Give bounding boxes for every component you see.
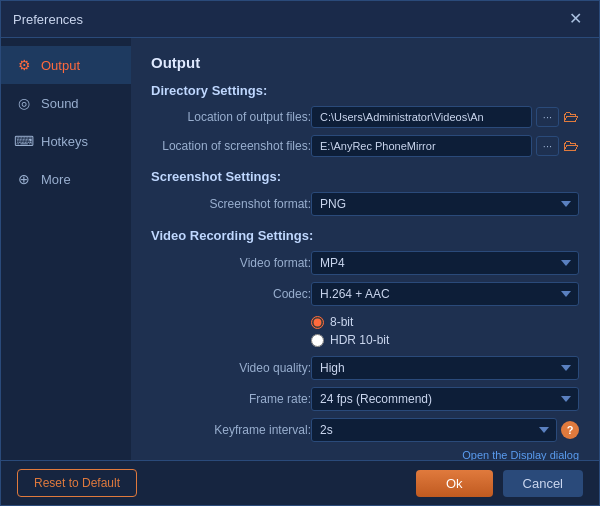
ok-button[interactable]: Ok [416,470,493,497]
keyframe-label: Keyframe interval: [151,423,311,437]
reset-button[interactable]: Reset to Default [17,469,137,497]
video-codec-control: H.264 + AAC H.265 + AAC [311,282,579,306]
video-format-label: Video format: [151,256,311,270]
frame-rate-control: 24 fps (Recommend) 30 fps 60 fps [311,387,579,411]
frame-rate-label: Frame rate: [151,392,311,406]
cancel-button[interactable]: Cancel [503,470,583,497]
bit-depth-control: 8-bit HDR 10-bit [311,313,579,349]
video-format-select[interactable]: MP4 MOV AVI [311,251,579,275]
close-button[interactable]: ✕ [564,9,587,29]
sound-icon: ◎ [15,94,33,112]
output-files-control: C:\Users\Administrator\Videos\An ··· 🗁 [311,106,579,128]
8bit-label: 8-bit [330,315,353,329]
sidebar: ⚙ Output ◎ Sound ⌨ Hotkeys ⊕ More [1,38,131,460]
directory-settings-title: Directory Settings: [151,83,579,98]
screenshot-files-control: E:\AnyRec PhoneMirror ··· 🗁 [311,135,579,157]
bit-depth-group: 8-bit HDR 10-bit [311,313,389,349]
display-dialog-container: Open the Display dialog [151,449,579,460]
keyframe-select[interactable]: 2s 1s 4s [311,418,557,442]
preferences-window: Preferences ✕ ⚙ Output ◎ Sound ⌨ Hotkeys… [0,0,600,506]
video-quality-select[interactable]: High Medium Low Lossless [311,356,579,380]
sidebar-item-hotkeys[interactable]: ⌨ Hotkeys [1,122,131,160]
screenshot-format-row: Screenshot format: PNG JPG BMP [151,192,579,216]
hdr-row: HDR 10-bit [311,333,389,347]
footer: Reset to Default Ok Cancel [1,460,599,505]
screenshot-files-label: Location of screenshot files: [151,139,311,153]
sidebar-item-sound-label: Sound [41,96,79,111]
video-codec-label: Codec: [151,287,311,301]
screenshot-format-control: PNG JPG BMP [311,192,579,216]
output-folder-button[interactable]: 🗁 [563,108,579,126]
sidebar-item-sound[interactable]: ◎ Sound [1,84,131,122]
screenshot-format-label: Screenshot format: [151,197,311,211]
output-files-row: Location of output files: C:\Users\Admin… [151,106,579,128]
more-icon: ⊕ [15,170,33,188]
title-bar: Preferences ✕ [1,1,599,38]
hdr-radio[interactable] [311,334,324,347]
video-quality-control: High Medium Low Lossless [311,356,579,380]
video-format-control: MP4 MOV AVI [311,251,579,275]
keyframe-row: Keyframe interval: 2s 1s 4s ? [151,418,579,442]
video-codec-row: Codec: H.264 + AAC H.265 + AAC [151,282,579,306]
screenshot-path-display: E:\AnyRec PhoneMirror [311,135,532,157]
screenshot-format-select[interactable]: PNG JPG BMP [311,192,579,216]
sidebar-item-output[interactable]: ⚙ Output [1,46,131,84]
hdr-label: HDR 10-bit [330,333,389,347]
hotkeys-icon: ⌨ [15,132,33,150]
screenshot-dots-button[interactable]: ··· [536,136,559,156]
output-dots-button[interactable]: ··· [536,107,559,127]
keyframe-help-button[interactable]: ? [561,421,579,439]
sidebar-item-hotkeys-label: Hotkeys [41,134,88,149]
keyframe-control: 2s 1s 4s ? [311,418,579,442]
window-title: Preferences [13,12,83,27]
bit-depth-row: 8-bit HDR 10-bit [151,313,579,349]
frame-rate-select[interactable]: 24 fps (Recommend) 30 fps 60 fps [311,387,579,411]
sidebar-item-more[interactable]: ⊕ More [1,160,131,198]
display-dialog-link[interactable]: Open the Display dialog [151,449,579,460]
8bit-row: 8-bit [311,315,389,329]
screenshot-settings-title: Screenshot Settings: [151,169,579,184]
output-icon: ⚙ [15,56,33,74]
sidebar-item-more-label: More [41,172,71,187]
video-codec-select[interactable]: H.264 + AAC H.265 + AAC [311,282,579,306]
footer-right: Ok Cancel [416,470,583,497]
screenshot-folder-button[interactable]: 🗁 [563,137,579,155]
8bit-radio[interactable] [311,316,324,329]
content-area: ⚙ Output ◎ Sound ⌨ Hotkeys ⊕ More Output… [1,38,599,460]
main-content: Output Directory Settings: Location of o… [131,38,599,460]
video-quality-label: Video quality: [151,361,311,375]
video-settings-title: Video Recording Settings: [151,228,579,243]
sidebar-item-output-label: Output [41,58,80,73]
frame-rate-row: Frame rate: 24 fps (Recommend) 30 fps 60… [151,387,579,411]
output-files-label: Location of output files: [151,110,311,124]
video-quality-row: Video quality: High Medium Low Lossless [151,356,579,380]
screenshot-files-row: Location of screenshot files: E:\AnyRec … [151,135,579,157]
output-path-display: C:\Users\Administrator\Videos\An [311,106,532,128]
page-title: Output [151,54,579,71]
video-format-row: Video format: MP4 MOV AVI [151,251,579,275]
